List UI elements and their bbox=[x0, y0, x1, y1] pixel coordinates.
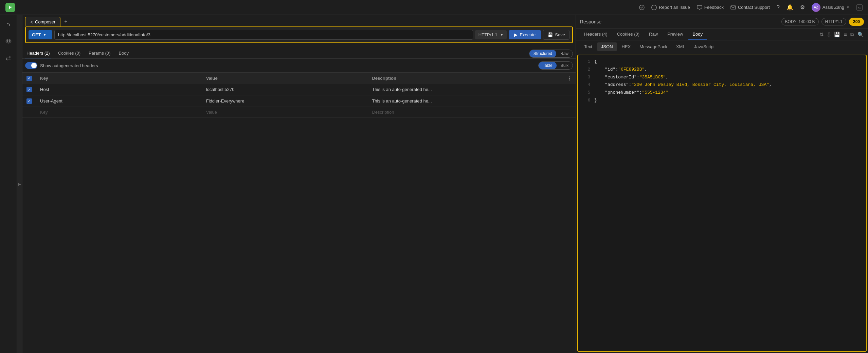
table-menu-icon[interactable]: ⋮ bbox=[563, 73, 576, 84]
notifications-icon[interactable]: 🔔 bbox=[786, 4, 793, 11]
report-issue-label: Report an Issue bbox=[659, 5, 690, 10]
host-key-cell[interactable]: Host bbox=[36, 84, 202, 95]
row-checkbox-1[interactable]: ✓ bbox=[26, 98, 32, 104]
fmt-tab-javascript[interactable]: JavaScript bbox=[690, 42, 719, 51]
content-area: ▶ ◁ Composer + GET bbox=[17, 15, 868, 353]
sidebar-arrows-icon[interactable]: ⇄ bbox=[3, 53, 14, 63]
svg-rect-1 bbox=[731, 6, 736, 9]
json-line-3: 3 "customerId": "35A51B05", bbox=[578, 74, 866, 81]
bulk-option[interactable]: Bulk bbox=[557, 62, 573, 69]
save-response-icon[interactable]: 💾 bbox=[834, 32, 840, 38]
structured-view-option[interactable]: Structured bbox=[529, 50, 556, 57]
left-sidebar: ⌂ ⇄ bbox=[0, 15, 17, 353]
response-tabs: Headers (4) Cookies (0) Raw Preview Body… bbox=[576, 29, 868, 40]
status-check-icon[interactable] bbox=[639, 5, 645, 10]
status-badge: 200 bbox=[849, 18, 864, 26]
host-desc-cell: This is an auto-generated he... bbox=[368, 84, 563, 95]
tab-cookies[interactable]: Cookies (0) bbox=[57, 49, 82, 58]
url-input[interactable] bbox=[54, 30, 473, 40]
json-line-2: 2 "id": "6FE892BB", bbox=[578, 66, 866, 74]
http-version-badge: HTTP/1.1 bbox=[821, 18, 846, 25]
method-chevron-icon: ▼ bbox=[43, 33, 47, 37]
checkbox-col-header: ✓ bbox=[22, 73, 36, 84]
format-icon[interactable]: {} bbox=[827, 32, 831, 37]
host-value-cell[interactable]: localhost:5270 bbox=[202, 84, 368, 95]
description-col-header: Description bbox=[368, 73, 563, 84]
json-line-1: 1 { bbox=[578, 58, 866, 66]
copy-icon[interactable]: ⧉ bbox=[850, 32, 854, 38]
placeholder-desc: Description bbox=[368, 107, 563, 117]
res-tab-body[interactable]: Body bbox=[688, 29, 707, 40]
sidebar-home-icon[interactable]: ⌂ bbox=[3, 19, 14, 29]
response-body: 1 { 2 "id": "6FE892BB", 3 "customerId": … bbox=[577, 55, 867, 352]
tab-body[interactable]: Body bbox=[117, 49, 130, 58]
protocol-selector[interactable]: HTTP/1.1 ▼ bbox=[475, 30, 507, 39]
tab-params[interactable]: Params (0) bbox=[87, 49, 112, 58]
composer-tab[interactable]: ◁ Composer bbox=[25, 17, 60, 26]
wrap-icon[interactable]: ≡ bbox=[844, 32, 847, 37]
request-tabs: Headers (2) Cookies (0) Params (0) Body bbox=[22, 46, 576, 59]
useragent-desc-cell: This is an auto-generated he... bbox=[368, 95, 563, 107]
sidebar-eye-icon[interactable] bbox=[3, 36, 14, 46]
fmt-tab-xml[interactable]: XML bbox=[672, 42, 689, 51]
table-option[interactable]: Table bbox=[539, 62, 557, 69]
useragent-value-cell[interactable]: Fiddler-Everywhere bbox=[202, 95, 368, 107]
protocol-label: HTTP/1.1 bbox=[478, 32, 498, 37]
placeholder-row[interactable]: Key Value Description bbox=[22, 107, 576, 117]
save-button[interactable]: 💾 Save bbox=[543, 30, 569, 40]
help-icon[interactable]: ? bbox=[777, 4, 780, 11]
panel-expander[interactable]: ▶ bbox=[17, 15, 22, 353]
useragent-key-cell[interactable]: User-Agent bbox=[36, 95, 202, 107]
res-tab-preview[interactable]: Preview bbox=[663, 29, 687, 40]
left-pane-inner: GET ▼ HTTP/1.1 ▼ ▶ Execute bbox=[22, 26, 576, 353]
format-tabs: Text JSON HEX MessagePack XML JavaScript bbox=[576, 40, 868, 53]
fmt-tab-hex[interactable]: HEX bbox=[618, 42, 635, 51]
select-all-checkbox[interactable]: ✓ bbox=[26, 76, 32, 81]
save-icon: 💾 bbox=[547, 32, 553, 37]
report-issue-button[interactable]: Report an Issue bbox=[651, 5, 690, 10]
raw-view-option[interactable]: Raw bbox=[556, 50, 573, 57]
execute-button[interactable]: ▶ Execute bbox=[509, 30, 541, 39]
key-col-header: Key bbox=[36, 73, 202, 84]
left-pane: ◁ Composer + GET ▼ bbox=[22, 15, 576, 353]
user-chevron-icon: ▼ bbox=[846, 5, 850, 9]
fmt-tab-messagepack[interactable]: MessagePack bbox=[635, 42, 671, 51]
tab-headers[interactable]: Headers (2) bbox=[25, 49, 51, 58]
res-tab-raw[interactable]: Raw bbox=[645, 29, 662, 40]
topbar-actions: Report an Issue Feedback Contact Support… bbox=[639, 3, 863, 12]
json-line-5: 5 "phoneNumber": "555-1234" bbox=[578, 89, 866, 97]
contact-support-button[interactable]: Contact Support bbox=[730, 5, 770, 10]
placeholder-value: Value bbox=[202, 107, 368, 117]
fmt-tab-json[interactable]: JSON bbox=[597, 42, 617, 51]
search-icon[interactable]: 🔍 bbox=[857, 32, 864, 38]
json-line-6: 6 } bbox=[578, 97, 866, 105]
view-toggle: Structured Raw bbox=[529, 50, 573, 58]
add-tab-button[interactable]: + bbox=[62, 18, 70, 26]
settings-icon[interactable]: ⚙ bbox=[800, 4, 805, 11]
res-tab-headers[interactable]: Headers (4) bbox=[580, 29, 612, 40]
autogenerated-toggle[interactable] bbox=[25, 62, 37, 69]
right-pane: Response BODY: 140.00 B HTTP/1.1 200 Hea… bbox=[576, 15, 868, 353]
feedback-button[interactable]: Feedback bbox=[697, 5, 724, 10]
table-view-toggle: Table Bulk bbox=[538, 61, 573, 70]
execute-play-icon: ▶ bbox=[514, 32, 518, 37]
execute-label: Execute bbox=[520, 32, 536, 37]
app-logo[interactable]: F bbox=[5, 3, 15, 12]
method-selector[interactable]: GET ▼ bbox=[29, 30, 52, 39]
method-label: GET bbox=[32, 32, 41, 37]
autogenerated-label: Show autogenerated headers bbox=[40, 63, 98, 68]
composer-area: GET ▼ HTTP/1.1 ▼ ▶ Execute bbox=[25, 26, 573, 43]
save-label: Save bbox=[555, 32, 565, 37]
fmt-tab-text[interactable]: Text bbox=[580, 42, 596, 51]
row-checkbox-0[interactable]: ✓ bbox=[26, 87, 32, 92]
user-menu[interactable]: AZ Assis Zang ▼ bbox=[812, 3, 850, 12]
collapse-icon[interactable]: ⇅ bbox=[819, 32, 824, 38]
window-minimize-icon[interactable]: ▭ bbox=[856, 4, 863, 11]
res-tab-cookies[interactable]: Cookies (0) bbox=[613, 29, 644, 40]
composer-tab-icon: ◁ bbox=[30, 20, 33, 24]
res-toolbar-icons: ⇅ {} 💾 ≡ ⧉ 🔍 bbox=[819, 32, 864, 38]
user-name: Assis Zang bbox=[822, 5, 844, 10]
protocol-chevron-icon: ▼ bbox=[500, 33, 503, 37]
headers-table-container: ✓ Key Value Description bbox=[22, 73, 576, 353]
composer-tab-label: Composer bbox=[35, 19, 55, 24]
